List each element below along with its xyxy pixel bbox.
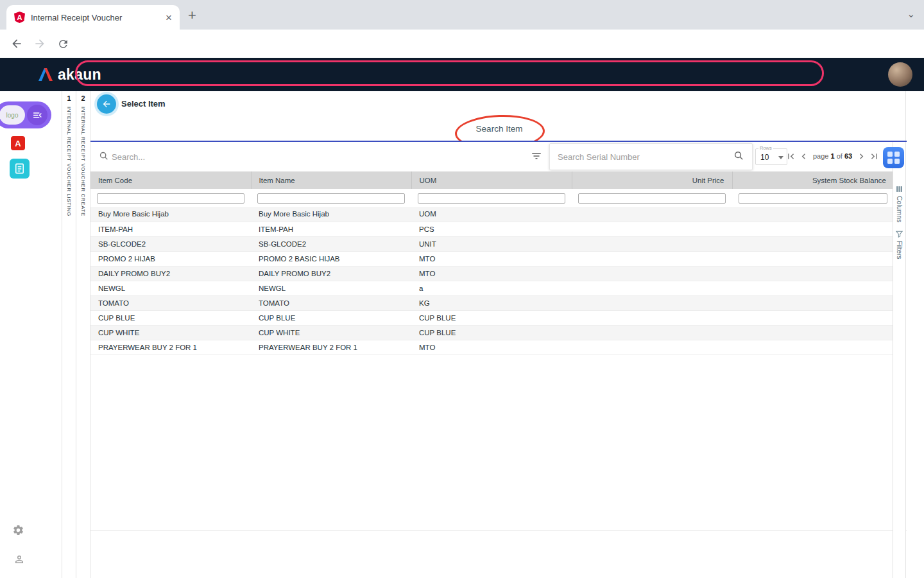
table-row[interactable]: CUP WHITECUP WHITECUP BLUE <box>90 325 894 340</box>
adobe-acrobat-icon[interactable]: A <box>11 136 25 150</box>
next-page-icon[interactable] <box>855 149 868 163</box>
pagination: page 1 of 63 <box>785 149 880 163</box>
filter-input-unit-price[interactable] <box>578 193 726 204</box>
table-row[interactable]: Buy More Basic HijabBuy More Basic Hijab… <box>90 207 894 222</box>
new-tab-button[interactable]: + <box>188 7 196 24</box>
dropdown-caret-icon <box>778 156 783 159</box>
page-title: Select Item <box>121 99 166 109</box>
vertical-tab-number: 1 <box>67 94 71 102</box>
tab-close-icon[interactable]: × <box>166 12 172 23</box>
browser-toolbar: akaun.cloud/#/applet/tnt/wavelet/erp/int… <box>0 30 924 58</box>
rows-per-page-select[interactable]: Rows 10 <box>755 148 787 165</box>
search-icon <box>99 151 109 164</box>
search-input[interactable] <box>112 147 503 166</box>
filters-toggle[interactable]: Filters <box>893 231 905 259</box>
akaun-logo-text: akaun <box>58 66 101 83</box>
content-panel: Select Item Search Item Rows 10 <box>90 91 906 578</box>
first-page-icon[interactable] <box>785 149 797 163</box>
filter-list-icon[interactable] <box>531 150 542 164</box>
voucher-applet-icon[interactable] <box>10 159 30 179</box>
vertical-tab-label: INTERNAL RECEIPT VOUCHER CREATE <box>80 107 86 216</box>
serial-search-box <box>549 143 753 170</box>
menu-open-icon[interactable] <box>27 105 47 125</box>
left-sidebar: logo A <box>0 91 62 578</box>
tab-favicon-icon: A <box>14 12 25 23</box>
table-header-row: Item Code Item Name UOM Unit Price Syste… <box>90 171 894 189</box>
filter-input-item-code[interactable] <box>97 193 244 204</box>
tab-strip-chevron-icon[interactable]: ⌄ <box>907 8 915 20</box>
table-right-rail: Columns Filters <box>893 142 905 578</box>
main-area: logo A 1 INTERNAL RECEIPT VOUCHER LISTIN… <box>0 91 924 578</box>
filter-input-uom[interactable] <box>418 193 565 204</box>
back-button[interactable] <box>97 94 116 114</box>
filters-label: Filters <box>896 241 903 259</box>
columns-label: Columns <box>896 196 903 222</box>
table-row[interactable]: ITEM-PAHITEM-PAHPCS <box>90 222 894 236</box>
serial-search-input[interactable] <box>558 152 728 162</box>
columns-toggle[interactable]: Columns <box>893 186 905 222</box>
workspace-logo: logo <box>0 105 25 125</box>
vertical-tab-label: INTERNAL RECEIPT VOUCHER LISTING <box>66 107 72 216</box>
filter-input-item-name[interactable] <box>257 193 405 204</box>
last-page-icon[interactable] <box>868 149 880 163</box>
serial-search-icon[interactable] <box>733 150 744 164</box>
tab-title: Internal Receipt Voucher <box>31 13 160 22</box>
column-header-item-name[interactable]: Item Name <box>251 171 411 189</box>
table-row[interactable]: CUP BLUECUP BLUECUP BLUE <box>90 310 894 325</box>
user-avatar[interactable] <box>888 62 912 87</box>
table-toolbar: Rows 10 page 1 of 63 <box>90 142 894 171</box>
table-filter-row <box>90 189 894 207</box>
rows-label: Rows <box>758 145 773 151</box>
vertical-tab-listing[interactable]: 1 INTERNAL RECEIPT VOUCHER LISTING <box>62 91 76 578</box>
app-header: akaun <box>0 58 924 91</box>
filters-icon <box>896 231 903 238</box>
akaun-logo[interactable]: akaun <box>37 66 101 83</box>
table-row[interactable]: NEWGLNEWGLa <box>90 281 894 295</box>
forward-icon[interactable] <box>32 36 47 51</box>
table-row[interactable]: TOMATOTOMATOKG <box>90 295 894 310</box>
rows-value: 10 <box>760 153 769 162</box>
table-row[interactable]: PRAYERWEAR BUY 2 FOR 1PRAYERWEAR BUY 2 F… <box>90 340 894 355</box>
settings-gear-icon[interactable] <box>12 524 24 539</box>
prev-page-icon[interactable] <box>798 149 810 163</box>
profile-person-icon[interactable] <box>13 554 25 568</box>
vertical-tab-number: 2 <box>81 94 85 102</box>
items-table: Item Code Item Name UOM Unit Price Syste… <box>90 171 894 355</box>
panel-bottom-divider <box>90 530 907 530</box>
reload-icon[interactable] <box>55 36 71 51</box>
column-header-system-stock-balance[interactable]: System Stock Balance <box>732 171 894 189</box>
page-indicator: page 1 of 63 <box>813 152 852 160</box>
browser-tab-strip: A Internal Receipt Voucher × + ⌄ <box>0 0 924 30</box>
columns-icon <box>896 186 903 193</box>
column-header-uom[interactable]: UOM <box>411 171 572 189</box>
table-row[interactable]: SB-GLCODE2SB-GLCODE2UNIT <box>90 236 894 251</box>
filter-input-system-stock-balance[interactable] <box>739 193 887 204</box>
workspace-logo-pill[interactable]: logo <box>0 101 51 128</box>
browser-tab[interactable]: A Internal Receipt Voucher × <box>6 5 180 30</box>
back-icon[interactable] <box>9 36 24 51</box>
akaun-logo-icon <box>37 67 54 82</box>
table-row[interactable]: PROMO 2 HIJABPROMO 2 BASIC HIJABMTO <box>90 251 894 266</box>
table-row[interactable]: DAILY PROMO BUY2DAILY PROMO BUY2MTO <box>90 266 894 281</box>
grid-view-icon[interactable] <box>883 147 904 168</box>
column-header-unit-price[interactable]: Unit Price <box>572 171 732 189</box>
vertical-tab-create[interactable]: 2 INTERNAL RECEIPT VOUCHER CREATE <box>76 91 90 578</box>
dialog-title: Search Item <box>98 124 901 134</box>
column-header-item-code[interactable]: Item Code <box>90 171 251 189</box>
